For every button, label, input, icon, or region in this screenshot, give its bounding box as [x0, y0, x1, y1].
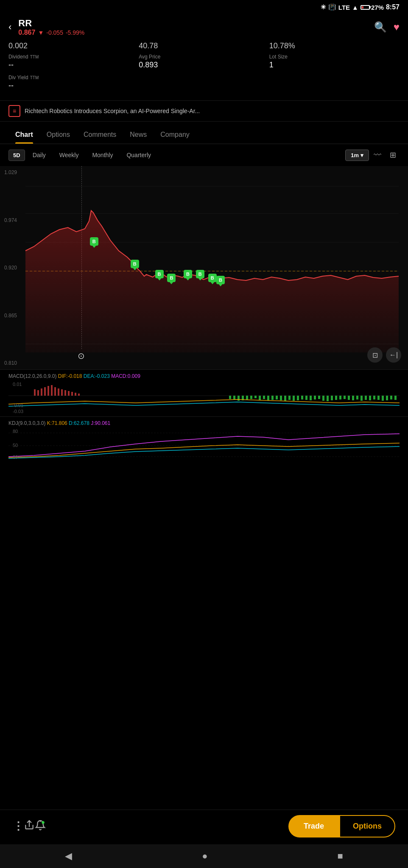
favorite-icon[interactable]: ♥: [394, 21, 400, 33]
kdj-y-20: 20: [13, 455, 18, 460]
trade-button[interactable]: Trade: [288, 815, 339, 837]
current-price: 0.867: [18, 29, 35, 36]
more-menu-button[interactable]: ⋮: [13, 820, 24, 833]
search-icon[interactable]: 🔍: [374, 21, 387, 33]
tab-comments[interactable]: Comments: [77, 125, 123, 144]
svg-rect-36: [293, 396, 295, 401]
bottom-action-bar: ⋮ Trade Options: [0, 810, 408, 843]
kdj-chart-area: 80 50 20: [8, 428, 400, 462]
cursor-icon: ⊙: [78, 351, 85, 361]
chart-svg: [0, 166, 408, 369]
svg-rect-10: [44, 387, 46, 396]
svg-rect-42: [318, 396, 320, 399]
svg-rect-48: [344, 396, 346, 399]
period-quarterly-button[interactable]: Quarterly: [120, 149, 157, 161]
price-change: -0.055: [46, 29, 63, 36]
info-col-val3: 10.78%: [269, 42, 400, 50]
svg-rect-14: [58, 388, 59, 396]
share-button[interactable]: [24, 820, 35, 833]
macd-macd-label: MACD:: [111, 373, 128, 379]
svg-rect-11: [48, 386, 49, 396]
tab-news[interactable]: News: [123, 125, 154, 144]
svg-rect-26: [250, 396, 252, 399]
macd-chart-area: 0.01 -0.01 -0.03: [8, 381, 400, 415]
period-daily-button[interactable]: Daily: [27, 149, 52, 161]
svg-rect-23: [238, 396, 240, 401]
header: ‹ RR 0.867 ▼ -0.055 -5.99% 🔍 ♥: [0, 14, 408, 40]
nav-back-button[interactable]: ◀: [65, 851, 72, 862]
tab-options[interactable]: Options: [40, 125, 77, 144]
macd-dif-value: -0.018: [67, 373, 82, 379]
svg-rect-40: [310, 396, 312, 400]
svg-rect-18: [71, 392, 73, 396]
svg-rect-56: [377, 396, 380, 400]
back-button[interactable]: ‹: [8, 22, 11, 33]
dividend-label: Dividend TTM: [8, 54, 139, 60]
svg-rect-20: [78, 394, 80, 396]
svg-rect-55: [373, 396, 375, 399]
price-change-pct: -5.99%: [66, 29, 84, 36]
kdj-k-value: 71.806: [52, 420, 67, 426]
period-monthly-button[interactable]: Monthly: [86, 149, 119, 161]
svg-rect-44: [327, 396, 329, 401]
lot-size-value: 1: [269, 61, 400, 69]
news-banner[interactable]: ≡ Richtech Robotics Introduces Scorpion,…: [0, 100, 408, 122]
period-weekly-button[interactable]: Weekly: [53, 149, 85, 161]
battery-pct: 27%: [371, 4, 384, 11]
kdj-y-50: 50: [13, 443, 18, 448]
svg-rect-47: [339, 396, 341, 399]
vibrate-icon: 📳: [328, 3, 336, 11]
ticker-symbol: RR: [18, 18, 367, 29]
svg-rect-8: [37, 390, 39, 396]
svg-rect-54: [369, 396, 371, 400]
buy-marker-1: B: [90, 237, 98, 246]
alert-button[interactable]: [35, 820, 46, 833]
period-5d-button[interactable]: 5D: [8, 150, 25, 161]
svg-rect-57: [382, 396, 384, 401]
news-headline: Richtech Robotics Introduces Scorpion, a…: [25, 108, 200, 114]
buy-marker-6: B: [196, 270, 204, 278]
svg-rect-28: [259, 396, 261, 400]
nav-recents-button[interactable]: ■: [338, 851, 343, 862]
dividend-col: Dividend TTM --: [8, 54, 139, 69]
chart-line-icon[interactable]: 〰: [371, 148, 384, 162]
stock-info-panel: 0.002 40.78 10.78% Dividend TTM -- Avg P…: [0, 40, 408, 100]
chart-grid-icon[interactable]: ⊞: [386, 148, 400, 162]
lot-size-label: Lot Size: [269, 54, 400, 60]
price-direction-icon: ▼: [38, 29, 44, 36]
val2: 40.78: [139, 42, 158, 50]
options-button[interactable]: Options: [339, 815, 395, 837]
svg-rect-39: [305, 396, 307, 400]
navigation-bar: ◀ ● ■: [0, 844, 408, 868]
svg-rect-35: [288, 396, 291, 400]
avg-price-col: Avg Price 0.893: [139, 54, 269, 69]
crosshair-button[interactable]: ←|: [386, 347, 401, 363]
kdj-k-label: K:: [47, 420, 52, 426]
signal-icon: ▲: [352, 4, 358, 11]
svg-rect-50: [352, 396, 354, 400]
svg-rect-60: [394, 396, 397, 400]
svg-rect-37: [297, 396, 299, 400]
macd-svg: [8, 381, 400, 415]
svg-rect-58: [386, 396, 388, 400]
nav-home-button[interactable]: ●: [202, 851, 207, 862]
trade-options-group: Trade Options: [288, 815, 395, 837]
info-top-row: 0.002 40.78 10.78%: [8, 42, 400, 50]
div-yield-row: Div Yield TTM --: [8, 75, 400, 90]
svg-rect-25: [246, 396, 248, 399]
status-icons: ✳ 📳 LTE ▲ 27% 8:57: [321, 3, 400, 11]
buy-marker-4: B: [167, 274, 176, 282]
lot-size-col: Lot Size 1: [269, 54, 400, 69]
macd-dea-label: DEA:: [84, 373, 95, 379]
svg-rect-51: [356, 396, 358, 399]
tab-company[interactable]: Company: [154, 125, 196, 144]
expand-chart-button[interactable]: ⊡: [367, 347, 383, 363]
bottom-spacer: [0, 463, 408, 523]
svg-rect-29: [263, 396, 265, 399]
avg-price-value: 0.893: [139, 61, 269, 69]
tab-chart[interactable]: Chart: [8, 125, 40, 144]
svg-rect-41: [314, 396, 316, 399]
interval-1m-button[interactable]: 1m ▾: [345, 150, 369, 161]
svg-rect-33: [280, 396, 282, 400]
svg-rect-59: [390, 396, 392, 399]
